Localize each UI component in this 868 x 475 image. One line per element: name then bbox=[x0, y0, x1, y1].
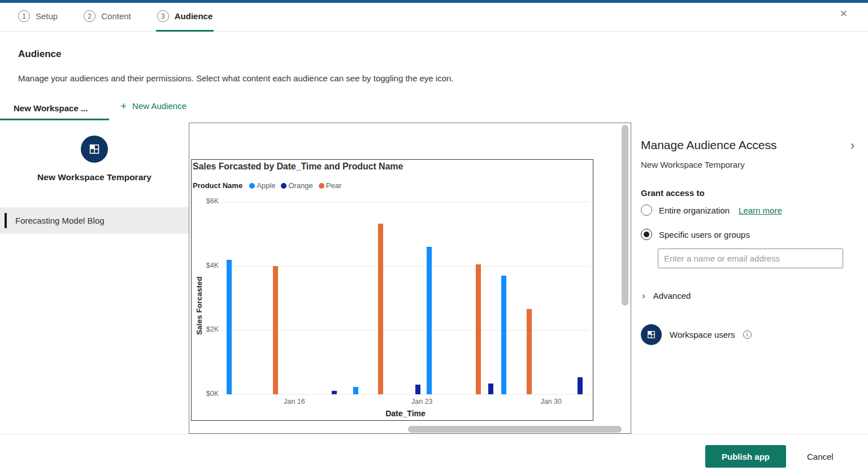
legend-item-label: Apple bbox=[257, 181, 275, 190]
y-axis-tick-label: $0K bbox=[194, 390, 219, 398]
sidebar-item-label: Forecasting Model Blog bbox=[15, 216, 105, 225]
x-axis-title: Date_Time bbox=[377, 409, 434, 418]
advanced-label: Advanced bbox=[653, 291, 691, 300]
x-axis-tick-label: Jan 23 bbox=[402, 398, 442, 406]
workspace-users-label: Workspace users bbox=[670, 330, 735, 339]
step-number-circle: 3 bbox=[157, 10, 169, 22]
step-label: Audience bbox=[175, 11, 213, 21]
step-label: Setup bbox=[36, 11, 58, 21]
legend-dot-icon bbox=[249, 183, 255, 189]
advanced-expander[interactable]: › Advanced bbox=[642, 291, 691, 300]
manage-audience-access-panel: Manage Audience Access › New Workspace T… bbox=[632, 121, 868, 434]
legend-item-label: Pear bbox=[326, 181, 341, 190]
chevron-right-icon: › bbox=[642, 291, 645, 300]
y-axis-tick-label: $6K bbox=[194, 197, 219, 205]
x-axis-tick-label: Jan 30 bbox=[531, 398, 571, 406]
bar-orange-jan27[interactable] bbox=[488, 384, 493, 394]
audience-sidebar: New Workspace Temporary Forecasting Mode… bbox=[0, 121, 189, 434]
chart-legend: Product Name AppleOrangePear bbox=[193, 181, 341, 190]
radio-option-label: Specific users or groups bbox=[659, 230, 750, 239]
panel-subtitle: New Workspace Temporary bbox=[641, 160, 745, 169]
step-number-circle: 2 bbox=[84, 10, 96, 22]
learn-more-link[interactable]: Learn more bbox=[739, 206, 782, 215]
stepper-bar: 1Setup2Content3Audience bbox=[0, 3, 868, 32]
page-description: Manage your audiences and their permissi… bbox=[18, 73, 454, 83]
legend-item-pear[interactable]: Pear bbox=[319, 181, 341, 190]
report-preview-area: Sales Forcasted by Date_Time and Product… bbox=[189, 123, 631, 434]
tab-new-workspace-label: New Workspace ... bbox=[14, 103, 88, 113]
collapse-panel-chevron-icon[interactable]: › bbox=[850, 140, 854, 152]
app-grid-icon bbox=[646, 330, 656, 339]
selected-indicator bbox=[5, 213, 7, 228]
new-audience-label: New Audience bbox=[132, 101, 186, 111]
bar-apple-jan19[interactable] bbox=[353, 387, 358, 394]
y-axis-tick-label: $4K bbox=[194, 262, 219, 269]
bar-apple-jan12[interactable] bbox=[227, 260, 232, 394]
horizontal-scrollbar[interactable] bbox=[408, 426, 622, 433]
publish-app-button[interactable]: Publish app bbox=[705, 445, 786, 468]
legend-item-orange[interactable]: Orange bbox=[281, 181, 313, 190]
bar-pear-jan21[interactable] bbox=[378, 224, 383, 394]
y-axis-title: Sales Forcasted bbox=[195, 276, 203, 335]
sidebar-item-report[interactable]: Forecasting Model Blog bbox=[0, 207, 189, 234]
bar-pear-jan26[interactable] bbox=[476, 264, 481, 394]
cancel-button[interactable]: Cancel bbox=[804, 445, 837, 468]
vertical-scrollbar[interactable] bbox=[622, 125, 628, 306]
step-audience[interactable]: 3Audience bbox=[156, 3, 214, 32]
radio-option-specific-users-or-groups[interactable]: Specific users or groups bbox=[641, 229, 750, 240]
bar-apple-jan23[interactable] bbox=[427, 247, 432, 394]
close-icon[interactable]: ✕ bbox=[840, 9, 848, 19]
workspace-users-avatar bbox=[641, 324, 662, 345]
bar-orange-jan18[interactable] bbox=[332, 391, 337, 394]
legend-dot-icon bbox=[319, 183, 324, 189]
dialog-footer: Publish app Cancel bbox=[0, 434, 868, 475]
page-title: Audience bbox=[18, 49, 62, 60]
legend-item-label: Orange bbox=[288, 181, 313, 190]
bar-orange-jan31[interactable] bbox=[578, 377, 583, 394]
workspace-users-row: Workspace users i bbox=[641, 324, 752, 345]
step-label: Content bbox=[101, 11, 131, 21]
grant-access-label: Grant access to bbox=[641, 188, 705, 198]
chart-title: Sales Forcasted by Date_Time and Product… bbox=[193, 162, 403, 172]
workspace-avatar bbox=[81, 136, 108, 163]
legend-item-apple[interactable]: Apple bbox=[249, 181, 275, 190]
x-axis-tick-label: Jan 16 bbox=[275, 398, 314, 406]
chart-legend-title: Product Name bbox=[193, 181, 242, 190]
bar-apple-jan27[interactable] bbox=[501, 276, 506, 394]
tab-new-workspace[interactable]: New Workspace ... bbox=[0, 97, 109, 120]
bar-orange-jan22[interactable] bbox=[415, 385, 420, 394]
step-number-circle: 1 bbox=[18, 10, 30, 22]
new-audience-button[interactable]: + New Audience bbox=[120, 97, 186, 120]
audience-tabs: New Workspace ... + New Audience bbox=[0, 97, 868, 120]
legend-dot-icon bbox=[281, 183, 287, 189]
bar-pear-jan15[interactable] bbox=[273, 266, 278, 394]
gridline bbox=[222, 394, 589, 395]
step-setup[interactable]: 1Setup bbox=[17, 3, 59, 32]
plus-icon: + bbox=[120, 101, 127, 111]
bar-pear-jan29[interactable] bbox=[527, 309, 532, 394]
radio-button-icon[interactable] bbox=[641, 229, 652, 240]
user-email-input[interactable] bbox=[658, 249, 843, 268]
workspace-name: New Workspace Temporary bbox=[0, 172, 189, 182]
sales-forecast-chart[interactable]: Sales Forcasted by Date_Time and Product… bbox=[191, 159, 593, 421]
step-content[interactable]: 2Content bbox=[83, 3, 132, 32]
radio-option-entire-organization[interactable]: Entire organizationLearn more bbox=[641, 204, 782, 216]
radio-button-icon[interactable] bbox=[641, 204, 652, 216]
panel-title: Manage Audience Access bbox=[641, 138, 777, 152]
info-icon[interactable]: i bbox=[743, 330, 752, 339]
publish-app-dialog: 1Setup2Content3Audience ✕ Audience Manag… bbox=[0, 0, 868, 475]
radio-option-label: Entire organization bbox=[659, 206, 730, 215]
gridline bbox=[222, 202, 589, 202]
app-grid-icon bbox=[88, 143, 101, 155]
